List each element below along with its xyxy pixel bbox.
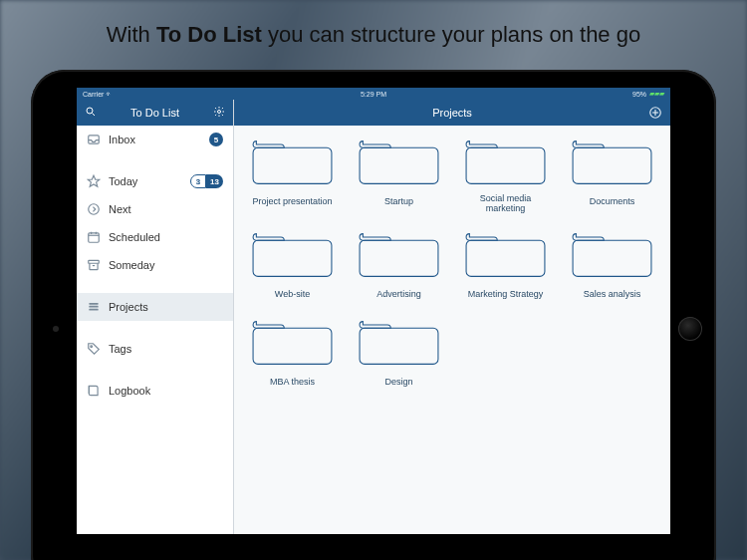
- home-button[interactable]: [678, 317, 702, 341]
- svg-rect-21: [360, 147, 438, 183]
- folder-icon: [461, 140, 550, 187]
- sidebar-item-label: Someday: [109, 259, 223, 271]
- svg-rect-13: [89, 306, 98, 308]
- svg-rect-6: [89, 233, 100, 242]
- svg-point-2: [218, 111, 221, 114]
- svg-point-15: [91, 346, 93, 348]
- sidebar-gap: [77, 153, 233, 167]
- tag-icon: [87, 342, 101, 356]
- sidebar-item-label: Inbox: [109, 134, 201, 145]
- project-folder[interactable]: Web-site: [248, 232, 337, 302]
- svg-rect-28: [253, 328, 332, 364]
- folder-icon: [568, 232, 656, 280]
- today-badge-outline: 3: [190, 174, 206, 188]
- sidebar-item-scheduled[interactable]: Scheduled: [77, 223, 233, 251]
- sidebar-item-label: Projects: [109, 301, 223, 313]
- svg-rect-22: [466, 147, 545, 183]
- today-badge-solid: 13: [206, 174, 223, 188]
- inbox-icon: [87, 133, 101, 146]
- project-folder[interactable]: Project presentation: [248, 140, 337, 214]
- add-icon[interactable]: [648, 106, 662, 120]
- folder-icon: [248, 320, 337, 368]
- project-folder[interactable]: Design: [355, 320, 443, 390]
- chevron-right-icon: [87, 202, 101, 216]
- project-folder[interactable]: Sales analysis: [568, 232, 656, 302]
- sidebar-list: Inbox 5 Today 3 13: [77, 126, 233, 534]
- svg-rect-14: [89, 309, 98, 311]
- star-icon: [87, 174, 101, 188]
- sidebar-item-label: Today: [109, 175, 182, 187]
- sidebar-item-someday[interactable]: Someday: [77, 251, 233, 279]
- sidebar-item-label: Tags: [109, 343, 223, 355]
- svg-line-1: [93, 114, 96, 117]
- statusbar-battery-pct: 95%: [632, 91, 646, 98]
- statusbar-carrier: Carrier ᯤ: [83, 91, 113, 98]
- folder-label: Documents: [568, 187, 656, 209]
- sidebar-gap: [77, 363, 233, 377]
- sidebar-header: To Do List: [77, 100, 233, 126]
- folder-label: Advertising: [355, 280, 443, 302]
- folder-label: Web-site: [248, 280, 337, 302]
- folder-icon: [248, 140, 337, 187]
- status-bar: Carrier ᯤ 5:29 PM 95% ▰▰▰: [77, 88, 670, 100]
- search-icon[interactable]: [85, 106, 97, 120]
- gear-icon[interactable]: [213, 106, 225, 120]
- sidebar-title: To Do List: [97, 107, 213, 119]
- sidebar-item-next[interactable]: Next: [77, 195, 233, 223]
- archive-icon: [87, 258, 101, 272]
- headline-bold: To Do List: [156, 22, 262, 47]
- projects-grid: Project presentationStartupSocial media …: [234, 126, 670, 534]
- svg-rect-29: [360, 328, 438, 364]
- promo-headline: With To Do List you can structure your p…: [0, 22, 747, 48]
- svg-rect-25: [360, 240, 438, 276]
- folder-label: Social media marketing: [461, 187, 550, 214]
- folder-icon: [355, 320, 443, 368]
- svg-rect-20: [253, 147, 332, 183]
- folder-icon: [355, 140, 443, 187]
- svg-rect-24: [253, 240, 332, 276]
- folder-label: Sales analysis: [568, 280, 656, 302]
- folder-label: Project presentation: [248, 187, 337, 209]
- sidebar-item-today[interactable]: Today 3 13: [77, 167, 233, 195]
- project-folder[interactable]: Advertising: [355, 232, 443, 302]
- folder-icon: [461, 232, 550, 280]
- screen: Carrier ᯤ 5:29 PM 95% ▰▰▰ To Do List: [77, 88, 670, 534]
- folder-label: Startup: [355, 187, 443, 209]
- sidebar: To Do List Inbox 5: [77, 100, 234, 534]
- project-folder[interactable]: Documents: [568, 140, 656, 214]
- folder-label: Design: [355, 368, 443, 390]
- folder-icon: [248, 232, 337, 280]
- today-badges: 3 13: [190, 174, 223, 188]
- headline-pre: With: [107, 22, 156, 47]
- project-folder[interactable]: Startup: [355, 140, 443, 214]
- main-title: Projects: [432, 107, 472, 119]
- svg-point-5: [89, 204, 100, 215]
- folder-icon: [355, 232, 443, 280]
- folder-label: MBA thesis: [248, 368, 337, 390]
- folder-icon: [568, 140, 656, 187]
- svg-rect-12: [89, 303, 98, 305]
- svg-marker-4: [88, 175, 100, 186]
- sidebar-item-label: Logbook: [109, 385, 223, 397]
- stack-icon: [87, 300, 101, 314]
- project-folder[interactable]: Social media marketing: [461, 140, 550, 214]
- sidebar-gap: [77, 279, 233, 293]
- device-camera: [53, 326, 59, 332]
- svg-rect-26: [466, 240, 545, 276]
- sidebar-item-tags[interactable]: Tags: [77, 335, 233, 363]
- calendar-icon: [87, 230, 101, 244]
- sidebar-item-inbox[interactable]: Inbox 5: [77, 126, 233, 153]
- sidebar-item-projects[interactable]: Projects: [77, 293, 233, 321]
- sidebar-item-label: Next: [109, 203, 223, 215]
- statusbar-time: 5:29 PM: [361, 91, 386, 98]
- project-folder[interactable]: MBA thesis: [248, 320, 337, 390]
- headline-post: you can structure your plans on the go: [262, 22, 640, 47]
- sidebar-item-logbook[interactable]: Logbook: [77, 377, 233, 405]
- book-icon: [87, 384, 101, 398]
- sidebar-gap: [77, 321, 233, 335]
- svg-rect-27: [573, 240, 651, 276]
- battery-icon: ▰▰▰: [649, 90, 664, 98]
- project-folder[interactable]: Marketing Strategy: [461, 232, 550, 302]
- main-panel: Projects Project presentationStartupSoci…: [234, 100, 670, 534]
- app-root: To Do List Inbox 5: [77, 100, 670, 534]
